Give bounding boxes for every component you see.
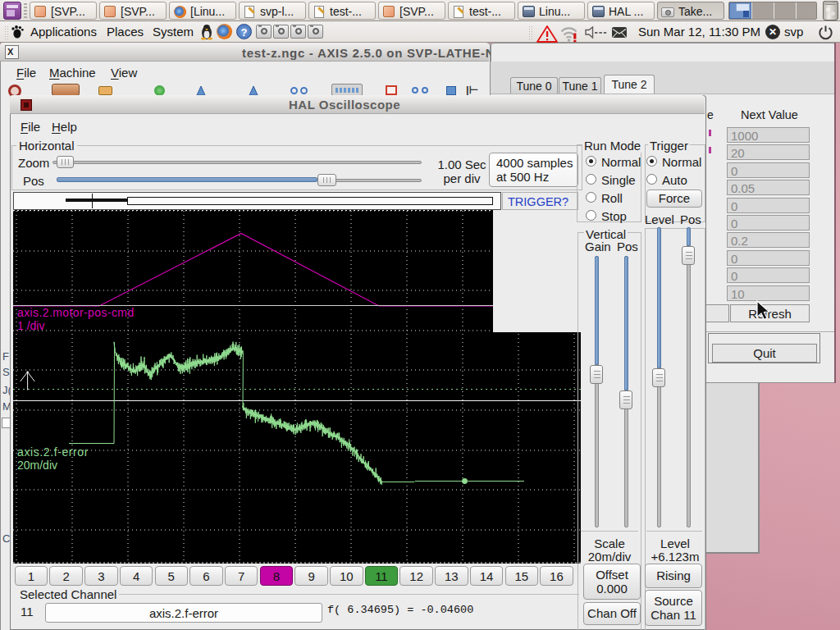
svg-text:20m/div: 20m/div — [17, 459, 57, 472]
svg-text:1 /div: 1 /div — [17, 319, 44, 332]
svg-text:axis.2.f-error: axis.2.f-error — [17, 445, 89, 459]
svg-text:axis.2.motor-pos-cmd: axis.2.motor-pos-cmd — [17, 306, 135, 319]
